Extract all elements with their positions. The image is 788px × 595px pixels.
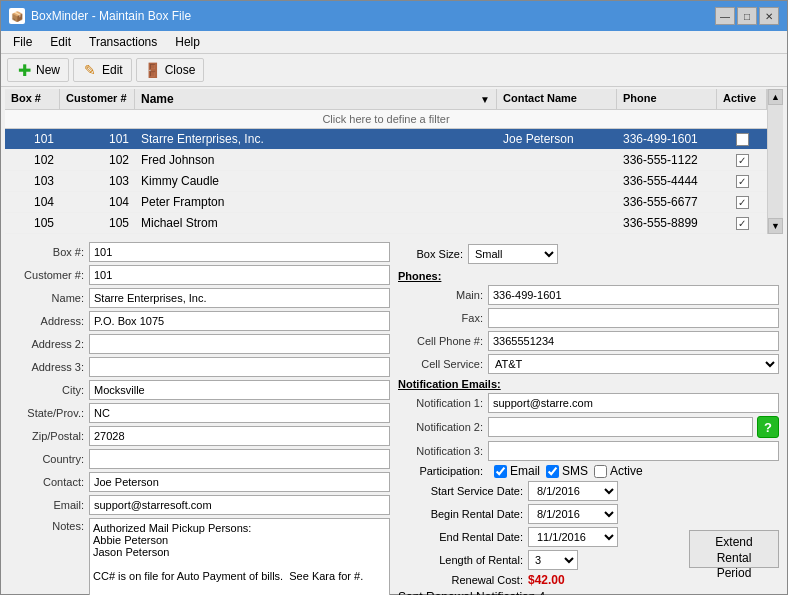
menu-help[interactable]: Help [167,33,208,51]
td-name: Kimmy Caudle [135,171,497,191]
td-box: 103 [5,171,60,191]
fax-row: Fax: [398,308,779,328]
sms-checkbox[interactable] [546,465,559,478]
sms-check-label[interactable]: SMS [546,464,588,478]
extend-rental-button[interactable]: Extend Rental Period [689,530,779,568]
td-contact [497,150,617,170]
notification2-row: Notification 2: ? [398,416,779,438]
main-phone-label: Main: [398,289,488,301]
contact-input[interactable] [89,472,390,492]
participation-row: Participation: Email SMS Active [398,464,779,478]
notification1-input[interactable] [488,393,779,413]
fax-input[interactable] [488,308,779,328]
td-contact [497,192,617,212]
table-row[interactable]: 102 102 Fred Johnson 336-555-1122 [5,150,767,171]
begin-rental-select[interactable]: 8/1/2016 [528,504,618,524]
td-active [717,129,767,149]
menu-file[interactable]: File [5,33,40,51]
table-row[interactable]: 103 103 Kimmy Caudle 336-555-4444 [5,171,767,192]
active-checkbox-cell[interactable] [736,175,749,188]
td-active [717,150,767,170]
edit-button[interactable]: ✎ Edit [73,58,132,82]
active-checkbox-cell[interactable] [736,133,749,146]
box-num-label: Box #: [9,246,89,258]
td-phone: 336-499-1601 [617,129,717,149]
scroll-up-button[interactable]: ▲ [768,89,783,105]
name-filter-icon[interactable]: ▼ [480,94,490,105]
box-size-select[interactable]: Small Medium Large [468,244,558,264]
cell-row: Cell Phone #: [398,331,779,351]
help-button[interactable]: ? [757,416,779,438]
td-active [717,192,767,212]
title-bar-controls: — □ ✕ [715,7,779,25]
filter-row[interactable]: Click here to define a filter [5,110,767,129]
td-contact [497,171,617,191]
extend-column: Extend Rental Period [689,481,779,595]
table-scrollbar[interactable]: ▲ ▼ [767,89,783,234]
address-input[interactable] [89,311,390,331]
minimize-button[interactable]: — [715,7,735,25]
state-input[interactable] [89,403,390,423]
participation-label: Participation: [398,465,488,477]
scroll-track[interactable] [768,105,783,218]
close-button[interactable]: 🚪 Close [136,58,205,82]
title-bar: 📦 BoxMinder - Maintain Box File — □ ✕ [1,1,787,31]
td-box: 101 [5,129,60,149]
maximize-button[interactable]: □ [737,7,757,25]
end-rental-select[interactable]: 11/1/2016 [528,527,618,547]
td-customer: 102 [60,150,135,170]
table-row[interactable]: 105 105 Michael Strom 336-555-8899 [5,213,767,234]
name-input[interactable] [89,288,390,308]
main-phone-input[interactable] [488,285,779,305]
table-row[interactable]: 101 101 Starre Enterprises, Inc. Joe Pet… [5,129,767,150]
notes-label: Notes: [9,518,89,532]
cell-input[interactable] [488,331,779,351]
col-header-name: Name ▼ [135,89,497,109]
address3-label: Address 3: [9,361,89,373]
new-button[interactable]: ✚ New [7,58,69,82]
notification2-input[interactable] [488,417,753,437]
active-check-label[interactable]: Active [594,464,643,478]
window-close-button[interactable]: ✕ [759,7,779,25]
email-input[interactable] [89,495,390,515]
active-checkbox-cell[interactable] [736,154,749,167]
td-phone: 336-555-4444 [617,171,717,191]
city-input[interactable] [89,380,390,400]
notification3-row: Notification 3: [398,441,779,461]
td-box: 104 [5,192,60,212]
address3-input[interactable] [89,357,390,377]
zip-input[interactable] [89,426,390,446]
main-window: 📦 BoxMinder - Maintain Box File — □ ✕ Fi… [0,0,788,595]
td-active [717,213,767,233]
table-row[interactable]: 104 104 Peter Frampton 336-555-6677 [5,192,767,213]
address2-input[interactable] [89,334,390,354]
active-checkbox-cell[interactable] [736,196,749,209]
close-icon: 🚪 [145,62,161,78]
customer-num-input[interactable] [89,265,390,285]
renewal-cost-value: $42.00 [528,573,565,587]
data-table: Box # Customer # Name ▼ Contact Name Pho… [5,89,767,234]
active-checkbox[interactable] [594,465,607,478]
menu-transactions[interactable]: Transactions [81,33,165,51]
contact-label: Contact: [9,476,89,488]
td-name: Fred Johnson [135,150,497,170]
notification3-input[interactable] [488,441,779,461]
td-phone: 336-555-8899 [617,213,717,233]
city-row: City: [9,380,390,400]
notes-textarea[interactable] [89,518,390,595]
country-input[interactable] [89,449,390,469]
menu-bar: File Edit Transactions Help [1,31,787,54]
active-checkbox-cell[interactable] [736,217,749,230]
menu-edit[interactable]: Edit [42,33,79,51]
scroll-down-button[interactable]: ▼ [768,218,783,234]
email-checkbox[interactable] [494,465,507,478]
start-service-label: Start Service Date: [398,485,528,497]
start-service-select[interactable]: 8/1/2016 [528,481,618,501]
email-check-label[interactable]: Email [494,464,540,478]
table-header: Box # Customer # Name ▼ Contact Name Pho… [5,89,767,110]
box-num-input[interactable] [89,242,390,262]
cell-service-select[interactable]: AT&T Verizon T-Mobile [488,354,779,374]
cell-label: Cell Phone #: [398,335,488,347]
zip-label: Zip/Postal: [9,430,89,442]
length-rental-select[interactable]: 3 6 12 [528,550,578,570]
